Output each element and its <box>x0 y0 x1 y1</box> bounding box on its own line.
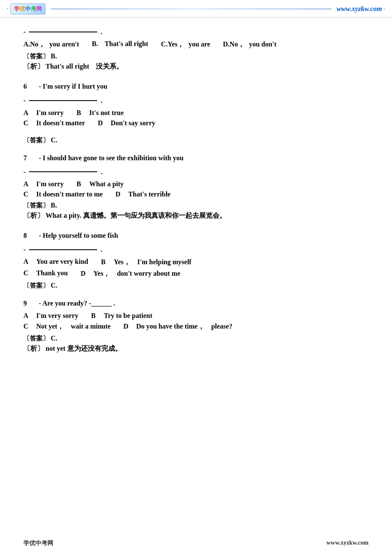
q6-option-b: B It's not true <box>76 109 124 117</box>
logo-area: · 学优中考网 <box>7 3 46 14</box>
footer-left-text: 学优中考网 <box>23 540 53 547</box>
q7-prompt-text: I should have gone to see the exhibition… <box>43 154 183 162</box>
q9-prompt-text: - Are you ready? -______ . <box>39 300 115 307</box>
header-divider-line <box>51 9 332 9</box>
q9-answer-bracket: 〔答案〕 <box>23 335 49 343</box>
q7-option-b-text: What a pity <box>89 180 124 188</box>
footer: 学优中考网 www.xyzkw.com <box>23 540 369 547</box>
q6-option-c-text: It doesn't matter <box>36 119 85 127</box>
q7-option-b: B What a pity <box>76 180 124 188</box>
q9-option-a-text: I'm very sorry <box>36 312 78 320</box>
q9-options-row2: C Not yet， wait a minute D Do you have t… <box>23 322 369 331</box>
q7-dash: - <box>39 154 41 162</box>
q7-option-a: A I'm sorry <box>23 180 63 188</box>
header-url-dot: · <box>384 6 386 12</box>
q9-answer-value: C. <box>51 335 58 342</box>
q5-analysis-bracket: 〔析〕 <box>23 62 44 71</box>
q6-dash-blank: - . <box>23 95 102 106</box>
q8-blank-dot: . <box>101 244 102 255</box>
q5-option-c-text: you are <box>189 40 210 48</box>
intro-blank-line: - . <box>23 26 369 38</box>
site-logo: 学优中考网 <box>10 3 46 14</box>
q8-number: 8 <box>23 232 27 239</box>
q9-option-b-letter: B <box>91 312 100 320</box>
q8-answer-line: 〔答案〕 C. <box>23 282 369 290</box>
intro-dash-blank: - . <box>23 26 102 38</box>
q8-options-row1: A You are very kind B Yes， I'm helping m… <box>23 258 369 267</box>
q5-option-a: A.No， you aren't <box>23 40 79 49</box>
q6-blank <box>29 100 97 101</box>
q6-option-c-letter: C <box>23 119 32 127</box>
q6-blank-line: - . <box>23 95 369 106</box>
q8-option-b-text: Yes， I'm helping myself <box>114 258 191 267</box>
q6-prompt-text: I'm sorry if I hurt you <box>43 83 107 90</box>
q5-answer-value: B. <box>51 52 57 60</box>
q9-answer-line: 〔答案〕 C. <box>23 335 369 343</box>
q8-option-b: B Yes， I'm helping myself <box>101 258 191 267</box>
q6-option-d-letter: D <box>98 119 107 127</box>
q8-answer-value: C. <box>51 282 58 289</box>
q6-option-d: D Don't say sorry <box>98 119 156 127</box>
q6-answer-line: 〔答案〕 C. <box>23 136 369 144</box>
q7-answer-bracket: 〔答案〕 <box>23 202 49 210</box>
q6-answer-bracket: 〔答案〕 <box>23 136 49 144</box>
q9-option-d-letter: D <box>124 323 132 330</box>
q6-option-a: A I'm sorry <box>23 109 63 117</box>
q6-blank-dash: - <box>23 95 26 106</box>
q7-options-row1: A I'm sorry B What a pity <box>23 180 369 188</box>
q9-option-d: D Do you have the time， please? <box>124 322 233 331</box>
q5-answer-line: 〔答案〕 B. <box>23 52 369 61</box>
q6-options-row2: C It doesn't matter D Don't say sorry <box>23 119 369 127</box>
q5-options-row: A.No， you aren't B. That's all right C.Y… <box>23 40 369 49</box>
q8-dash-blank: - . <box>23 244 102 255</box>
q6-option-a-text: I'm sorry <box>36 109 63 117</box>
q6-answer-value: C. <box>51 136 58 144</box>
q8-options-row2: C Thank you D Yes， don't worry about me <box>23 269 369 278</box>
q7-analysis-line: 〔析〕 What a pity. 真遗憾。第一句应为我真该和你一起去展览会。 <box>23 211 369 220</box>
q9-analysis-line: 〔析〕 not yet 意为还没有完成。 <box>23 344 369 353</box>
q9-options-row1: A I'm very sorry B Try to be patient <box>23 312 369 320</box>
intro-dot: . <box>101 26 102 38</box>
q8-option-a-letter: A <box>23 258 32 265</box>
q8-option-b-letter: B <box>101 258 110 266</box>
q7-option-d-text: That's terrible <box>128 190 170 198</box>
q7-prompt-line: 7 - I should have gone to see the exhibi… <box>23 152 369 164</box>
q7-option-c-letter: C <box>23 190 32 198</box>
q6-dash: - <box>39 83 41 90</box>
q8-blank <box>29 249 97 250</box>
q5-analysis-text: That's all right 没关系。 <box>46 62 123 71</box>
q8-prompt-text: Help yourself to some fish <box>43 232 118 239</box>
q7-dash-blank: - . <box>23 166 102 178</box>
header: · 学优中考网 www.xyzkw.com · <box>0 0 392 17</box>
q7-blank <box>29 171 97 172</box>
q8-option-d-letter: D <box>81 270 89 277</box>
q8-option-c-text: Thank you <box>36 269 68 277</box>
q7-option-a-letter: A <box>23 180 32 188</box>
q7-blank-dot: . <box>101 166 102 178</box>
q9-option-c-text: Not yet， wait a minute <box>36 322 111 331</box>
q8-option-c-letter: C <box>23 269 32 277</box>
q7-option-b-letter: B <box>76 180 85 188</box>
q7-option-d-letter: D <box>115 190 124 198</box>
q7-analysis-bracket: 〔析〕 <box>23 211 44 220</box>
q8-option-d: D Yes， don't worry about me <box>81 269 180 278</box>
q5-option-c: C.Yes， you are <box>161 40 210 49</box>
header-url-text: www.xyzkw.com <box>337 5 382 12</box>
q9-option-b-text: Try to be patient <box>104 312 153 320</box>
q9-analysis-text: not yet 意为还没有完成。 <box>46 344 122 353</box>
q5-option-b: B. That's all right <box>92 40 148 49</box>
q8-dash: - <box>39 232 41 239</box>
q6-prompt-line: 6 - I'm sorry if I hurt you <box>23 81 369 92</box>
q9-option-c-letter: C <box>23 323 32 330</box>
footer-right-text: www.xyzkw.com <box>326 540 369 547</box>
q7-answer-value: B. <box>51 202 57 209</box>
q9-option-a-letter: A <box>23 312 32 320</box>
q6-option-c: C It doesn't matter <box>23 119 85 127</box>
q7-analysis-text: What a pity. 真遗憾。第一句应为我真该和你一起去展览会。 <box>46 211 226 220</box>
logo-left-dot: · <box>7 6 9 12</box>
q5-option-a-letter: A.No， <box>23 40 45 49</box>
q8-option-a-text: You are very kind <box>36 258 88 265</box>
main-content: - . A.No， you aren't B. That's all right… <box>0 17 392 369</box>
q8-blank-dash: - <box>23 244 26 255</box>
q5-option-a-text: you aren't <box>49 40 79 48</box>
